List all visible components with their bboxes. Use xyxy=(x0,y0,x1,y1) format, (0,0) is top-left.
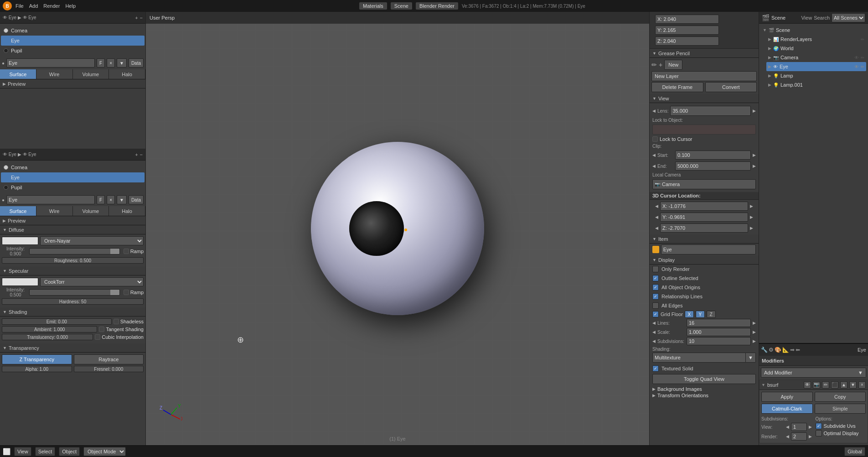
cy-right[interactable]: ▶ xyxy=(750,215,753,219)
mod-icon-6[interactable]: ⬅ xyxy=(796,347,800,353)
menu-add[interactable]: Add xyxy=(29,3,38,9)
tab-volume[interactable]: Volume xyxy=(73,69,109,79)
grid-z-btn[interactable]: Z xyxy=(707,311,716,318)
transform-orient-row[interactable]: ▶ Transform Orientations xyxy=(650,392,759,399)
menu-file[interactable]: File xyxy=(16,3,24,9)
mod-render-icon[interactable]: 📷 xyxy=(813,381,820,389)
lock-cursor-check[interactable] xyxy=(652,136,658,142)
tree-camera[interactable]: ▶ 📷 Camera 👁 ✏ xyxy=(766,53,866,62)
specular-intensity-bar[interactable] xyxy=(29,289,120,296)
tab-surface2[interactable]: Surface xyxy=(0,206,36,216)
mod-icon-3[interactable]: 🎨 xyxy=(775,347,781,353)
mod-view-icon[interactable]: 👁 xyxy=(804,381,811,389)
apply-btn[interactable]: Apply xyxy=(761,392,813,402)
clip-end-value[interactable]: 5000.000 xyxy=(675,161,751,171)
mod-icon-4[interactable]: 📐 xyxy=(782,347,789,353)
cy-left[interactable]: ◀ xyxy=(655,215,658,219)
clip-start-left[interactable]: ◀ xyxy=(652,153,656,157)
lock-object-box[interactable] xyxy=(652,125,756,135)
subdiv-right[interactable]: ▶ xyxy=(753,339,756,343)
shading-dropdown[interactable]: ▼ xyxy=(746,353,756,363)
gp-new-layer-btn[interactable]: New Layer xyxy=(651,71,757,81)
y-coord[interactable]: Y: 2.165 xyxy=(655,26,719,35)
tree-world[interactable]: ▶ 🌍 World xyxy=(766,44,866,53)
mat-browse-btn[interactable]: ▼ xyxy=(117,58,127,68)
lens-left[interactable]: ◀ xyxy=(652,109,656,113)
all-origins-check[interactable] xyxy=(652,284,659,291)
specular-header[interactable]: ▼ Specular xyxy=(0,266,145,275)
diffuse-header[interactable]: ▼ Diffuse xyxy=(0,225,145,234)
copy-btn[interactable]: Copy xyxy=(815,392,866,402)
shadeless-check[interactable] xyxy=(114,319,119,324)
lens-value[interactable]: 35.000 xyxy=(670,106,751,116)
mat-f-btn2[interactable]: F xyxy=(97,195,105,204)
mat-f-btn[interactable]: F xyxy=(97,58,105,68)
lines-value[interactable]: 16 xyxy=(687,319,751,327)
shading-header[interactable]: ▼ Shading xyxy=(0,307,145,317)
panel-minus[interactable]: − xyxy=(140,15,143,21)
subdiv-value[interactable]: 10 xyxy=(687,337,751,345)
mod-expand[interactable]: ▼ xyxy=(761,383,765,387)
x-coord[interactable]: X: 2.040 xyxy=(655,15,719,24)
select-btn[interactable]: Select xyxy=(35,447,56,456)
mod-icon-2[interactable]: ⚙ xyxy=(769,347,774,353)
mod-down-icon[interactable]: ▼ xyxy=(849,381,857,389)
cx-right[interactable]: ▶ xyxy=(750,204,753,208)
render-subdiv-right[interactable]: ▶ xyxy=(809,434,812,439)
render-subdiv-value[interactable]: 2 xyxy=(791,432,807,441)
material-pupil2[interactable]: Pupil xyxy=(1,182,145,192)
eye-restrict-icon[interactable]: 👁 xyxy=(854,64,859,69)
cz-value[interactable]: Z: -2.7070 xyxy=(660,223,748,233)
shading-select-box[interactable]: Multitexture xyxy=(652,353,746,363)
mode-select[interactable]: Object Mode xyxy=(83,447,126,456)
gp-header[interactable]: ▼ Grease Pencil xyxy=(650,49,759,58)
gp-new-btn[interactable]: New xyxy=(664,60,682,70)
clip-start-value[interactable]: 0.100 xyxy=(675,151,751,160)
grid-x-btn[interactable]: X xyxy=(685,311,694,318)
simple-tab[interactable]: Simple xyxy=(815,404,866,414)
item-header[interactable]: ▼ Item xyxy=(650,234,759,244)
mod-up-icon[interactable]: ▲ xyxy=(840,381,847,389)
material-cornea[interactable]: Cornea xyxy=(1,26,145,36)
clip-end-right[interactable]: ▶ xyxy=(753,164,756,168)
only-render-check[interactable] xyxy=(652,266,659,272)
display-header[interactable]: ▼ Display xyxy=(650,255,759,265)
cubic-check[interactable] xyxy=(95,334,100,340)
diffuse-ramp[interactable]: Ramp xyxy=(124,249,144,254)
mat-x-btn2[interactable]: × xyxy=(107,195,115,204)
view-btn[interactable]: View xyxy=(14,447,31,456)
toggle-quad-btn[interactable]: Toggle Quad View xyxy=(652,374,756,384)
add-modifier-btn[interactable]: Add Modifier ▼ xyxy=(761,368,866,378)
tree-renderlayers[interactable]: ▶ 📊 RenderLayers ✏ xyxy=(766,35,866,44)
lines-right[interactable]: ▶ xyxy=(753,321,756,325)
camera-box[interactable]: 📷 Camera xyxy=(652,179,756,189)
textured-solid-check[interactable] xyxy=(652,365,659,372)
material-eye[interactable]: Eye xyxy=(1,36,145,46)
mat-x-btn[interactable]: × xyxy=(107,58,115,68)
panel-plus2[interactable]: + xyxy=(135,152,138,157)
cz-right[interactable]: ▶ xyxy=(750,226,753,230)
menu-render[interactable]: Render xyxy=(43,3,60,9)
tab-wire2[interactable]: Wire xyxy=(36,206,73,216)
panel-plus[interactable]: + xyxy=(135,15,138,21)
bg-images-row[interactable]: ▶ Background Images xyxy=(650,386,759,392)
diffuse-color[interactable] xyxy=(2,237,38,245)
optimal-display-check[interactable] xyxy=(816,430,822,436)
mod-close-icon[interactable]: × xyxy=(858,381,866,389)
z-coord[interactable]: Z: 2.040 xyxy=(655,36,719,46)
scale-right[interactable]: ▶ xyxy=(753,330,756,334)
scale-value[interactable]: 1.000 xyxy=(687,328,751,336)
cz-left[interactable]: ◀ xyxy=(655,226,658,230)
mat-data-btn2[interactable]: Data xyxy=(129,195,144,204)
subdiv-uvs-check[interactable] xyxy=(816,423,822,429)
menu-help[interactable]: Help xyxy=(65,3,76,9)
cx-value[interactable]: X: -1.0776 xyxy=(660,202,748,211)
outline-selected-check[interactable] xyxy=(652,275,659,281)
cy-value[interactable]: Y: -0.9691 xyxy=(660,213,748,222)
material-eye2[interactable]: Eye xyxy=(1,172,145,182)
lens-right[interactable]: ▶ xyxy=(753,109,756,113)
view-subdiv-right[interactable]: ▶ xyxy=(809,425,812,429)
preview-header2[interactable]: ▶ Preview xyxy=(0,216,145,225)
tab-halo[interactable]: Halo xyxy=(109,69,145,79)
mat-data-btn[interactable]: Data xyxy=(129,58,144,68)
